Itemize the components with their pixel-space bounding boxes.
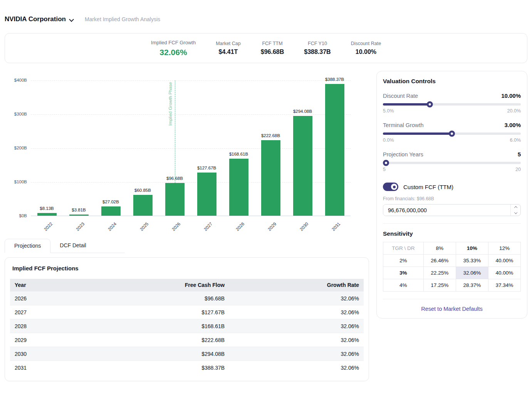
bar-2030: [293, 116, 312, 216]
bar-value-label: $222.68B: [261, 133, 280, 138]
table-cell: 32.06%: [229, 361, 364, 375]
table-row: 2030$294.08B32.06%: [10, 347, 364, 361]
terminal-growth-value: 3.00%: [504, 122, 521, 128]
divider: [383, 223, 521, 224]
sensitivity-cell: 40.00%: [488, 267, 520, 279]
slider-projection-years: Projection Years 5 5 20: [383, 151, 521, 172]
projections-column-header: Year: [10, 279, 116, 292]
sensitivity-cell: 28.37%: [456, 279, 488, 292]
sensitivity-row: 4%17.25%28.37%37.34%: [383, 279, 521, 292]
x-axis-tick: 2027: [203, 221, 213, 232]
projection-years-value: 5: [518, 151, 521, 158]
projections-header-row: YearFree Cash FlowGrowth Rate: [10, 279, 364, 292]
x-axis-tick: 2022: [43, 221, 53, 232]
stat-label: Market Cap: [216, 41, 241, 46]
projections-card: Implied FCF Projections YearFree Cash Fl…: [5, 257, 369, 381]
projections-column-header: Growth Rate: [229, 279, 364, 292]
stat-label: Discount Rate: [351, 41, 381, 46]
bar-value-label: $96.68B: [166, 176, 183, 181]
app-header: NVIDIA Corporation Market Implied Growth…: [5, 0, 527, 23]
sensitivity-row-label: 2%: [383, 255, 424, 267]
table-row: 2029$222.68B32.06%: [10, 333, 364, 347]
from-financials-note: From financials: $96.68B: [383, 196, 521, 201]
reset-defaults-link[interactable]: Reset to Market Defaults: [383, 306, 521, 312]
chevron-down-icon: [69, 17, 74, 22]
terminal-growth-slider[interactable]: [383, 132, 521, 135]
tab-dcf-detail[interactable]: DCF Detail: [50, 239, 95, 253]
table-cell: $222.68B: [116, 333, 229, 347]
table-cell: 2030: [10, 347, 116, 361]
discount-rate-label: Discount Rate: [383, 93, 418, 99]
projections-title: Implied FCF Projections: [10, 265, 364, 272]
stat-value: $96.68B: [261, 49, 284, 55]
table-cell: 2028: [10, 319, 116, 333]
controls-title: Valuation Controls: [383, 78, 521, 85]
custom-fcf-row: Custom FCF (TTM): [383, 183, 521, 191]
chevron-down-icon: [514, 211, 517, 214]
stat-discount-rate: Discount Rate 10.00%: [351, 41, 381, 55]
sensitivity-row-label: 3%: [383, 267, 424, 279]
sensitivity-cell: 26.46%: [423, 255, 456, 267]
terminal-growth-max: 6.0%: [510, 137, 521, 143]
sensitivity-header-row: TGR \ DR8%10%12%: [383, 242, 521, 255]
bar-2029: [261, 140, 280, 216]
bar-2023: [69, 215, 89, 216]
company-name: NVIDIA Corporation: [5, 15, 66, 23]
table-cell: $168.61B: [116, 319, 229, 333]
sensitivity-row-label: 4%: [383, 279, 424, 292]
x-axis-tick: 2031: [331, 221, 341, 232]
custom-fcf-toggle[interactable]: [383, 183, 398, 191]
stat-value: 32.06%: [151, 48, 196, 57]
discount-rate-slider[interactable]: [383, 103, 521, 106]
bar-2025: [133, 195, 153, 216]
spinner-up-button[interactable]: [511, 205, 520, 210]
page-subtitle: Market Implied Growth Analysis: [85, 16, 160, 22]
terminal-growth-min: 0.0%: [383, 137, 394, 143]
table-cell: 2026: [10, 292, 116, 305]
bar-value-label: $3.81B: [72, 208, 86, 212]
bar-value-label: $127.67B: [197, 166, 216, 170]
stat-label: FCF TTM: [261, 41, 284, 46]
toggle-knob: [391, 184, 397, 190]
y-axis-tick: $400B: [5, 78, 27, 82]
bar-2024: [101, 206, 121, 216]
company-selector[interactable]: NVIDIA Corporation: [5, 15, 73, 23]
bar-2026: [165, 183, 185, 216]
projection-years-slider[interactable]: [383, 162, 521, 164]
spinner-down-button[interactable]: [511, 210, 520, 216]
stat-value: $388.37B: [304, 49, 331, 55]
sensitivity-row: 2%26.46%35.33%40.00%: [383, 255, 521, 267]
fcf-input-group: [383, 204, 521, 216]
stat-implied-fcf-growth: Implied FCF Growth 32.06%: [151, 40, 196, 57]
y-axis-tick: $100B: [5, 179, 27, 184]
tab-bar: ProjectionsDCF Detail: [5, 239, 125, 253]
projection-years-slider-thumb[interactable]: [383, 160, 389, 166]
y-axis-tick: $200B: [5, 146, 27, 150]
terminal-growth-slider-thumb[interactable]: [449, 131, 455, 137]
table-cell: 2027: [10, 305, 116, 319]
bar-value-label: $388.37B: [325, 77, 344, 82]
bar-value-label: $60.85B: [134, 188, 151, 193]
tab-projections[interactable]: Projections: [5, 239, 50, 253]
slider-discount-rate: Discount Rate 10.00% 5.0% 20.0%: [383, 92, 521, 114]
custom-fcf-label: Custom FCF (TTM): [403, 184, 453, 190]
bar-value-label: $8.13B: [40, 206, 54, 211]
x-axis-tick: 2030: [299, 221, 309, 232]
sensitivity-cell: 22.25%: [423, 267, 456, 279]
slider-terminal-growth: Terminal Growth 3.00% 0.0% 6.0%: [383, 122, 521, 143]
table-cell: 32.06%: [229, 305, 364, 319]
table-cell: $294.08B: [116, 347, 229, 361]
discount-rate-slider-thumb[interactable]: [427, 101, 433, 107]
stat-fcf-ttm: FCF TTM $96.68B: [261, 41, 284, 55]
custom-fcf-input[interactable]: [383, 205, 510, 216]
bar-value-label: $168.61B: [229, 152, 248, 156]
table-cell: $388.37B: [116, 361, 229, 375]
x-axis-tick: 2025: [139, 221, 149, 232]
stat-value: 10.00%: [351, 49, 381, 55]
projection-years-label: Projection Years: [383, 151, 423, 158]
discount-rate-value: 10.00%: [501, 92, 521, 99]
sliders: Discount Rate 10.00% 5.0% 20.0% Terminal…: [383, 92, 521, 172]
table-cell: 32.06%: [229, 319, 364, 333]
chart-plot-area: Implied Growth Phase$8.13B2022$3.81B2023…: [31, 80, 351, 216]
sensitivity-title: Sensitivity: [383, 230, 521, 237]
